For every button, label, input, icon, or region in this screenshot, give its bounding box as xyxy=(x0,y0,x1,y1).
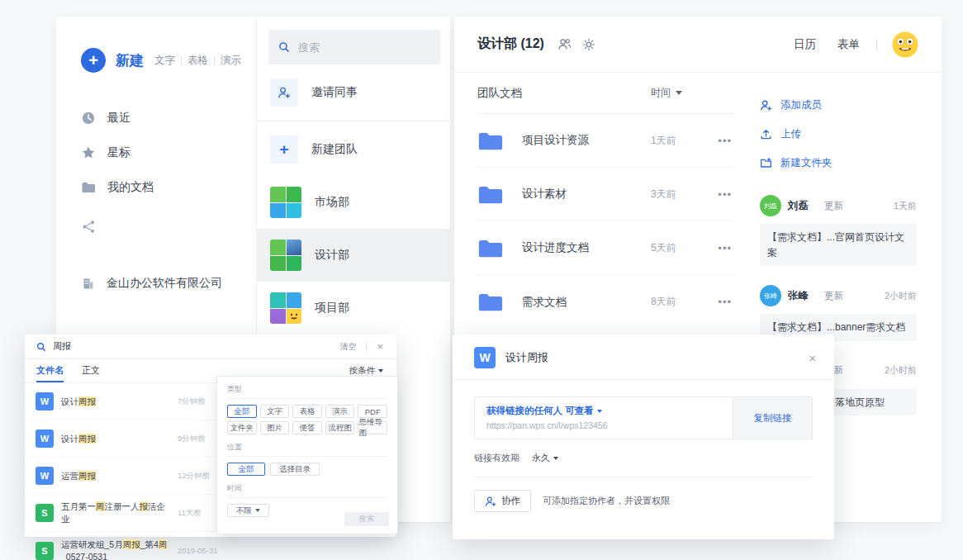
validity-label: 链接有效期 xyxy=(474,453,519,463)
team-avatar xyxy=(270,240,301,271)
folder-icon xyxy=(477,130,504,152)
share-icon xyxy=(81,220,96,234)
feed-item: 刘磊 刘磊 更新 1天前 【需求文档】...官网首页设计文案 xyxy=(760,194,917,266)
folder-row[interactable]: 设计进度文档 5天前 ••• xyxy=(477,221,735,275)
search-icon xyxy=(36,342,46,352)
writer-doc-icon: W xyxy=(36,467,54,485)
search-icon xyxy=(278,41,290,53)
new-doc-label[interactable]: 新建 xyxy=(116,51,144,70)
new-team-button[interactable]: + 新建团队 xyxy=(257,128,450,171)
person-plus-icon xyxy=(760,99,772,112)
dialog-title: 设计周报 xyxy=(505,350,548,365)
calendar-link[interactable]: 日历 xyxy=(794,37,816,52)
validity-dropdown[interactable]: 永久 xyxy=(532,453,558,463)
page-title: 设计部 (12) xyxy=(477,36,544,53)
emoji-tile xyxy=(287,309,302,325)
doc-type-writer[interactable]: 文字 xyxy=(154,54,175,68)
upload-button[interactable]: 上传 xyxy=(760,120,917,149)
close-icon[interactable]: × xyxy=(377,341,383,352)
sort-by-time[interactable]: 时间 xyxy=(651,86,682,100)
type-chip[interactable]: 便签 xyxy=(292,421,322,434)
permission-dropdown[interactable]: 获得链接的任何人 可查看 https://pan.wps.cn/l/wps123… xyxy=(475,397,733,439)
type-chip[interactable]: 思维导图 xyxy=(358,421,387,434)
sheet-doc-icon: S xyxy=(36,504,54,522)
filter-type-label: 类型 xyxy=(227,384,387,399)
type-chip[interactable]: 表格 xyxy=(292,405,322,418)
type-chip[interactable]: 图片 xyxy=(260,421,290,434)
team-row-project[interactable]: 项目部 xyxy=(257,282,450,335)
clock-icon xyxy=(81,111,96,126)
members-icon[interactable] xyxy=(557,37,572,51)
search-filter-popup: 类型 全部 文字 表格 演示 PDF 文件夹 图片 便签 流程图 思维导图 位置… xyxy=(216,376,398,534)
add-member-button[interactable]: 添加成员 xyxy=(760,91,917,120)
team-row-marketing[interactable]: 市场部 xyxy=(257,176,450,229)
person-plus-icon xyxy=(485,496,496,507)
avatar: 张峰 xyxy=(760,285,781,306)
more-button[interactable]: ••• xyxy=(718,296,732,308)
doc-type-sheet[interactable]: 表格 xyxy=(187,54,208,68)
forms-link[interactable]: 表单 xyxy=(837,37,860,52)
more-button[interactable]: ••• xyxy=(718,188,732,201)
collaborate-button[interactable]: 协作 xyxy=(474,490,531,512)
avatar: 刘磊 xyxy=(760,195,781,216)
type-chip[interactable]: 流程图 xyxy=(325,421,355,434)
folder-plus-icon xyxy=(760,157,772,169)
sidebar-item-recent[interactable]: 最近 xyxy=(81,101,256,135)
tab-content[interactable]: 正文 xyxy=(82,359,100,382)
time-dropdown[interactable]: 不限 xyxy=(227,504,269,517)
folder-icon xyxy=(477,237,504,259)
more-button[interactable]: ••• xyxy=(718,242,732,254)
folder-icon xyxy=(477,183,504,206)
feed-doc-link[interactable]: 【需求文档】...官网首页设计文案 xyxy=(760,224,917,266)
close-icon[interactable]: × xyxy=(809,352,816,364)
collab-hint: 可添加指定协作者，并设置权限 xyxy=(543,495,670,507)
person-plus-icon xyxy=(270,78,298,107)
writer-doc-icon: W xyxy=(474,347,496,368)
type-chip[interactable]: 文件夹 xyxy=(227,421,257,434)
doc-type-slides[interactable]: 演示 xyxy=(221,54,241,68)
sidebar-item-company[interactable]: 金山办公软件有限公司 xyxy=(81,266,256,301)
team-row-design[interactable]: 设计部 xyxy=(257,229,450,282)
folder-row[interactable]: 设计素材 3天前 ••• xyxy=(477,168,735,221)
section-title: 团队文档 xyxy=(477,86,522,101)
star-icon xyxy=(81,145,96,160)
location-chip[interactable]: 全部 xyxy=(227,463,265,476)
search-submit-button[interactable]: 搜索 xyxy=(344,512,389,526)
plus-icon: + xyxy=(88,52,98,69)
new-doc-button[interactable]: + xyxy=(81,48,106,73)
writer-doc-icon: W xyxy=(36,392,54,411)
team-avatar xyxy=(270,187,301,218)
more-button[interactable]: ••• xyxy=(718,135,732,147)
gear-icon[interactable] xyxy=(582,38,595,51)
upload-icon xyxy=(760,128,772,140)
folder-row[interactable]: 项目设计资源 1天前 ••• xyxy=(477,114,735,168)
type-chip[interactable]: 文字 xyxy=(260,405,290,418)
sheet-doc-icon: S xyxy=(36,542,54,560)
type-chip[interactable]: 演示 xyxy=(325,405,355,418)
type-chip[interactable]: PDF xyxy=(358,405,387,418)
sidebar-item-starred[interactable]: 星标 xyxy=(81,135,256,170)
copy-link-button[interactable]: 复制链接 xyxy=(733,397,812,439)
avatar[interactable] xyxy=(892,31,918,58)
writer-doc-icon: W xyxy=(36,429,54,448)
folder-row[interactable]: 需求文档 8天前 ••• xyxy=(477,275,735,329)
new-folder-button[interactable]: 新建文件夹 xyxy=(760,149,917,178)
search-result-row[interactable]: S 运营研发组_5月周报_第4周_0527-0531 2019-05-31 xyxy=(25,532,396,560)
filter-time-label: 时间 xyxy=(227,483,387,498)
type-chip[interactable]: 全部 xyxy=(227,405,257,418)
tab-filename[interactable]: 文件名 xyxy=(36,359,64,382)
filter-location-label: 位置 xyxy=(227,442,387,457)
invite-colleague-button[interactable]: 邀请同事 xyxy=(257,71,450,114)
teams-search-box[interactable] xyxy=(268,30,440,64)
location-chip[interactable]: 选择目录 xyxy=(270,463,320,476)
sidebar-item-my-docs[interactable]: 我的文档 xyxy=(81,170,256,205)
sidebar-item-shared[interactable] xyxy=(81,205,256,248)
clear-button[interactable]: 清空 xyxy=(339,341,356,353)
search-input[interactable] xyxy=(298,41,422,54)
filter-toggle[interactable]: 按条件 xyxy=(349,365,384,377)
team-avatar xyxy=(270,292,301,324)
feed-item: 张峰 张峰 更新 2小时前 【需求文档】...banner需求文档 xyxy=(760,284,917,341)
folder-icon xyxy=(81,180,96,195)
search-query-input[interactable] xyxy=(53,342,218,352)
share-url: https://pan.wps.cn/l/wps123456 xyxy=(486,420,721,430)
